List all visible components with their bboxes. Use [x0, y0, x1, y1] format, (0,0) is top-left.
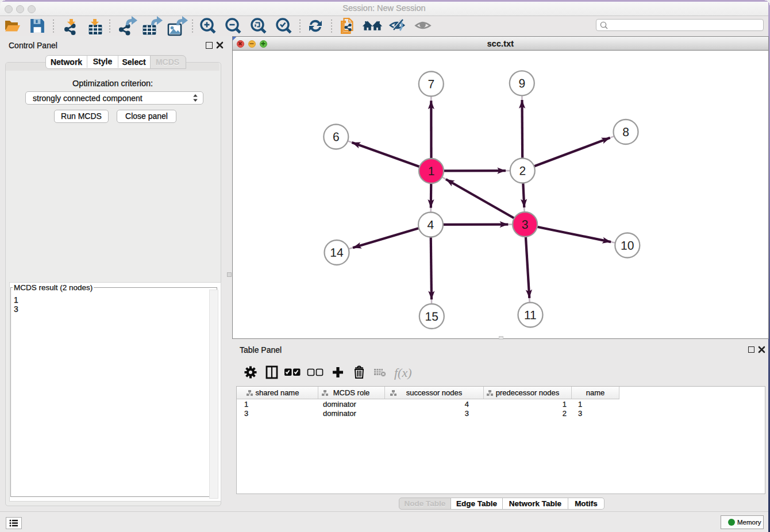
- svg-text:15: 15: [425, 310, 438, 323]
- svg-text:f(x): f(x): [394, 365, 412, 380]
- svg-text:7: 7: [428, 77, 435, 90]
- svg-text:1: 1: [428, 164, 435, 178]
- svg-text:2: 2: [519, 164, 526, 178]
- svg-text:3: 3: [522, 218, 529, 231]
- svg-text:9: 9: [519, 76, 526, 90]
- svg-text:10: 10: [621, 239, 634, 252]
- svg-text:11: 11: [524, 309, 537, 322]
- svg-text:8: 8: [622, 125, 629, 138]
- svg-text:6: 6: [333, 130, 340, 143]
- svg-text:14: 14: [330, 246, 344, 259]
- svg-text:4: 4: [428, 218, 434, 231]
